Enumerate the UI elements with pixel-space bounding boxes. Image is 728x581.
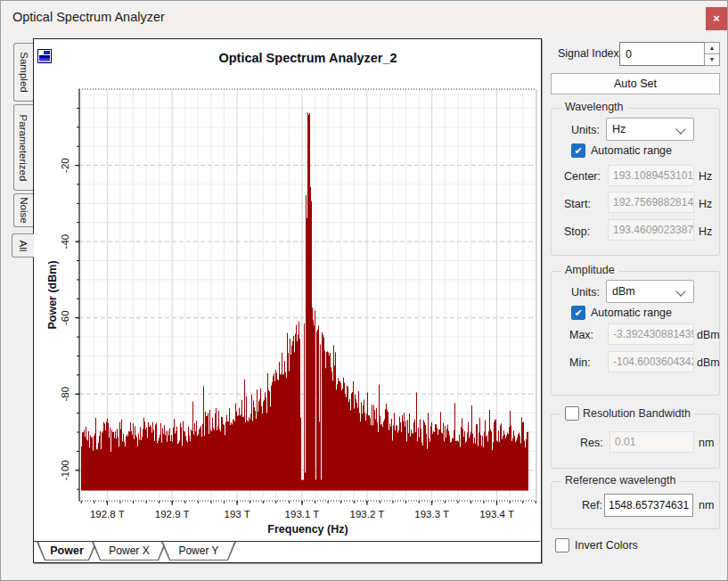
center-label: Center: bbox=[564, 170, 601, 183]
tab-noise[interactable]: Noise bbox=[13, 193, 33, 227]
svg-text:192.8 T: 192.8 T bbox=[90, 509, 125, 520]
tab-parameterized[interactable]: Parameterized bbox=[13, 104, 33, 191]
res-value: 0.01 bbox=[609, 431, 694, 453]
chevron-down-icon bbox=[675, 286, 685, 296]
svg-text:-80: -80 bbox=[60, 387, 70, 402]
stop-value: 193.4609023387 bbox=[608, 219, 694, 241]
ref-unit: nm bbox=[699, 499, 714, 511]
chart-title: Optical Spectrum Analyzer_2 bbox=[79, 51, 536, 65]
svg-text:Frequency (Hz): Frequency (Hz) bbox=[267, 523, 348, 536]
tab-power-y[interactable]: Power Y bbox=[161, 542, 236, 561]
resolution-bandwidth-title: Resolution Bandwidth bbox=[583, 407, 691, 420]
window-titlebar[interactable]: Optical Spectrum Analyzer × bbox=[1, 1, 727, 33]
signal-index-down-button[interactable]: ▼ bbox=[704, 53, 720, 66]
max-unit: dBm bbox=[697, 329, 720, 341]
amplitude-group-title: Amplitude bbox=[561, 264, 618, 276]
max-value: -3.392430881439 bbox=[608, 323, 694, 345]
svg-text:-40: -40 bbox=[60, 234, 70, 250]
tab-all[interactable]: All bbox=[12, 233, 34, 258]
close-icon: × bbox=[713, 12, 720, 25]
signal-index-up-button[interactable]: ▲ bbox=[704, 42, 720, 54]
center-unit: Hz bbox=[699, 170, 712, 183]
osa-window: Optical Spectrum Analyzer × Sampled Para… bbox=[0, 0, 728, 581]
svg-text:Power (dBm): Power (dBm) bbox=[46, 260, 59, 329]
ref-input[interactable] bbox=[604, 494, 693, 517]
resolution-bandwidth-checkbox[interactable]: ✔ bbox=[565, 406, 579, 421]
spectrum-plot[interactable]: 192.8 T192.9 T193 T193.1 T193.2 T193.3 T… bbox=[45, 83, 544, 539]
min-unit: dBm bbox=[697, 356, 720, 369]
graph-properties-icon[interactable] bbox=[37, 49, 52, 63]
res-label: Res: bbox=[580, 437, 603, 449]
start-value: 192.7569882814 bbox=[608, 192, 694, 213]
svg-text:193.3 T: 193.3 T bbox=[414, 509, 449, 520]
wavelength-group-title: Wavelength bbox=[561, 101, 627, 113]
auto-set-button[interactable]: Auto Set bbox=[551, 73, 720, 94]
start-unit: Hz bbox=[699, 198, 712, 210]
svg-text:193.2 T: 193.2 T bbox=[350, 509, 385, 520]
tab-power-x[interactable]: Power X bbox=[92, 542, 167, 561]
wavelength-auto-range-checkbox[interactable]: ✔ bbox=[571, 143, 585, 158]
res-unit: nm bbox=[699, 437, 714, 449]
invert-colors-label: Invert Colors bbox=[575, 539, 638, 552]
svg-text:192.9 T: 192.9 T bbox=[155, 509, 190, 520]
svg-text:-20: -20 bbox=[60, 158, 70, 173]
wavelength-auto-range-label: Automatic range bbox=[591, 144, 672, 157]
svg-text:-100: -100 bbox=[60, 460, 70, 480]
svg-text:193.1 T: 193.1 T bbox=[285, 509, 320, 520]
invert-colors-checkbox[interactable]: ✔ bbox=[555, 538, 569, 552]
reference-wavelength-title: Reference wavelength bbox=[561, 474, 679, 487]
min-label: Min: bbox=[569, 356, 591, 369]
svg-text:193 T: 193 T bbox=[224, 509, 249, 520]
signal-index-label: Signal Index: bbox=[558, 47, 622, 60]
close-button[interactable]: × bbox=[706, 7, 727, 30]
center-value: 193.1089453101 bbox=[608, 165, 694, 186]
check-icon: ✔ bbox=[574, 308, 582, 318]
svg-text:193.4 T: 193.4 T bbox=[479, 509, 514, 520]
amplitude-auto-range-checkbox[interactable]: ✔ bbox=[571, 306, 585, 320]
check-icon: ✔ bbox=[574, 146, 582, 156]
spinner-down-icon: ▼ bbox=[709, 56, 716, 62]
amplitude-auto-range-label: Automatic range bbox=[591, 307, 672, 319]
stop-unit: Hz bbox=[699, 225, 712, 238]
min-value: -104.6003604342 bbox=[608, 351, 694, 372]
tab-sampled[interactable]: Sampled bbox=[13, 43, 33, 102]
stop-label: Stop: bbox=[564, 225, 590, 238]
start-label: Start: bbox=[564, 198, 591, 210]
tab-power[interactable]: Power bbox=[37, 542, 97, 561]
amplitude-units-label: Units: bbox=[571, 286, 600, 299]
amplitude-units-select[interactable]: dBm bbox=[606, 280, 694, 303]
wavelength-units-label: Units: bbox=[571, 124, 600, 136]
window-title: Optical Spectrum Analyzer bbox=[12, 1, 165, 33]
spinner-up-icon: ▲ bbox=[709, 45, 716, 51]
svg-text:-60: -60 bbox=[60, 310, 70, 325]
max-label: Max: bbox=[569, 329, 593, 341]
wavelength-units-select[interactable]: Hz bbox=[606, 118, 694, 141]
ref-label: Ref: bbox=[582, 499, 602, 511]
chevron-down-icon bbox=[675, 124, 685, 134]
signal-index-input[interactable] bbox=[619, 42, 705, 66]
